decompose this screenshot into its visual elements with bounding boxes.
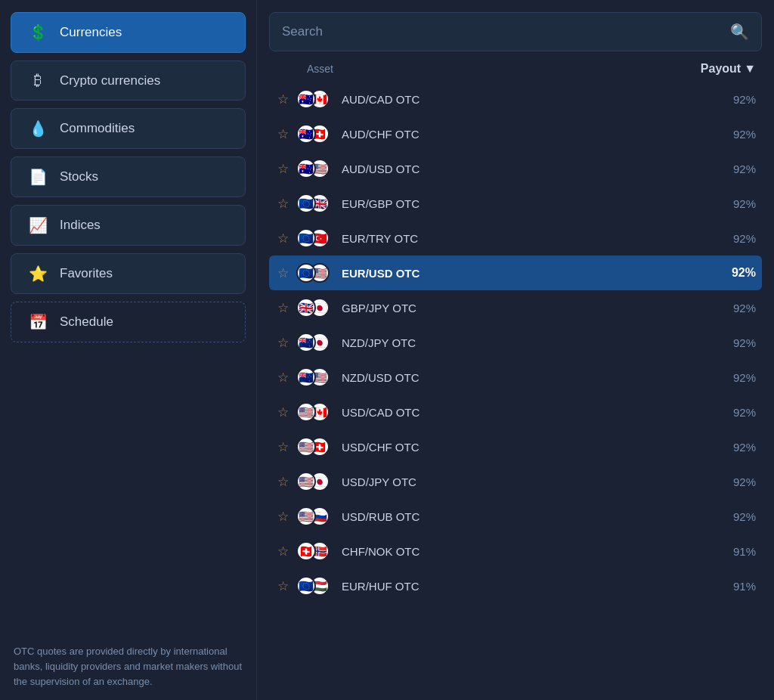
favorite-star-icon[interactable]: ☆	[275, 196, 290, 212]
flag1: 🇪🇺	[296, 194, 316, 213]
asset-payout: 92%	[718, 336, 756, 349]
asset-payout: 92%	[718, 93, 756, 106]
otc-note: OTC quotes are provided directly by inte…	[11, 637, 246, 689]
asset-payout: 92%	[718, 128, 756, 141]
stocks-icon: 📄	[28, 168, 48, 186]
nav-btn-crypto[interactable]: ₿Crypto currencies	[11, 60, 246, 101]
asset-row[interactable]: ☆🇺🇸🇷🇺USD/RUB OTC92%	[269, 499, 762, 534]
flag-pair: 🇺🇸🇨🇭	[296, 435, 333, 459]
flag-pair: 🇪🇺🇭🇺	[296, 574, 333, 598]
asset-payout: 91%	[718, 545, 756, 558]
flag1: 🇪🇺	[296, 263, 316, 283]
flag1: 🇨🇭	[296, 541, 316, 561]
asset-row[interactable]: ☆🇺🇸🇨🇭USD/CHF OTC92%	[269, 429, 762, 464]
currencies-icon: 💲	[28, 23, 48, 42]
commodities-icon: 💧	[28, 119, 48, 138]
asset-row[interactable]: ☆🇪🇺🇬🇧EUR/GBP OTC92%	[269, 186, 762, 221]
favorite-star-icon[interactable]: ☆	[275, 544, 290, 559]
favorite-star-icon[interactable]: ☆	[275, 370, 290, 386]
flag-pair: 🇦🇺🇨🇦	[296, 87, 333, 111]
flag-pair: 🇳🇿🇯🇵	[296, 330, 333, 355]
asset-name: EUR/USD OTC	[342, 267, 718, 280]
flag1: 🇳🇿	[296, 367, 316, 387]
asset-name: USD/CAD OTC	[342, 406, 718, 419]
stocks-label: Stocks	[60, 169, 98, 184]
favorite-star-icon[interactable]: ☆	[275, 300, 290, 316]
favorites-label: Favorites	[60, 266, 113, 281]
asset-name: NZD/JPY OTC	[342, 336, 718, 349]
flag-pair: 🇬🇧🇯🇵	[296, 296, 333, 320]
flag1: 🇦🇺	[296, 159, 316, 178]
favorite-star-icon[interactable]: ☆	[275, 126, 290, 142]
nav-btn-indices[interactable]: 📈Indices	[11, 205, 246, 246]
sidebar: 💲Currencies₿Crypto currencies💧Commoditie…	[0, 0, 257, 700]
favorite-star-icon[interactable]: ☆	[275, 439, 290, 455]
asset-list: ☆🇦🇺🇨🇦AUD/CAD OTC92%☆🇦🇺🇨🇭AUD/CHF OTC92%☆🇦…	[269, 82, 762, 700]
asset-payout: 91%	[718, 580, 756, 593]
favorite-star-icon[interactable]: ☆	[275, 265, 290, 281]
flag-pair: 🇨🇭🇳🇴	[296, 539, 333, 563]
asset-row[interactable]: ☆🇺🇸🇨🇦USD/CAD OTC92%	[269, 395, 762, 429]
favorite-star-icon[interactable]: ☆	[275, 231, 290, 246]
flag-pair: 🇦🇺🇨🇭	[296, 122, 333, 146]
asset-row[interactable]: ☆🇳🇿🇺🇸NZD/USD OTC92%	[269, 360, 762, 395]
asset-payout: 92%	[718, 266, 756, 280]
asset-payout: 92%	[718, 197, 756, 210]
nav-btn-stocks[interactable]: 📄Stocks	[11, 156, 246, 197]
asset-name: USD/RUB OTC	[342, 510, 718, 523]
asset-payout: 92%	[718, 510, 756, 523]
asset-row[interactable]: ☆🇬🇧🇯🇵GBP/JPY OTC92%	[269, 290, 762, 325]
favorite-star-icon[interactable]: ☆	[275, 404, 290, 420]
asset-name: AUD/USD OTC	[342, 163, 718, 175]
flag1: 🇺🇸	[296, 472, 316, 491]
flag-pair: 🇳🇿🇺🇸	[296, 365, 333, 389]
asset-row[interactable]: ☆🇺🇸🇯🇵USD/JPY OTC92%	[269, 464, 762, 499]
asset-payout: 92%	[718, 475, 756, 488]
search-bar: 🔍	[269, 12, 762, 51]
currencies-label: Currencies	[60, 25, 122, 40]
crypto-icon: ₿	[28, 72, 48, 89]
flag1: 🇬🇧	[296, 298, 316, 317]
nav-btn-commodities[interactable]: 💧Commodities	[11, 108, 246, 149]
nav-btn-currencies[interactable]: 💲Currencies	[11, 12, 246, 53]
asset-row[interactable]: ☆🇦🇺🇨🇦AUD/CAD OTC92%	[269, 82, 762, 116]
asset-name: GBP/JPY OTC	[342, 302, 718, 314]
col-payout-label[interactable]: Payout ▼	[701, 62, 756, 76]
flag-pair: 🇦🇺🇺🇸	[296, 156, 333, 181]
favorites-icon: ⭐	[28, 265, 48, 283]
flag-pair: 🇺🇸🇨🇦	[296, 400, 333, 424]
asset-name: EUR/TRY OTC	[342, 232, 718, 245]
asset-name: NZD/USD OTC	[342, 371, 718, 384]
nav-btn-schedule[interactable]: 📅Schedule	[11, 302, 246, 342]
asset-row[interactable]: ☆🇪🇺🇹🇷EUR/TRY OTC92%	[269, 221, 762, 256]
list-header: Asset Payout ▼	[269, 62, 762, 82]
asset-name: CHF/NOK OTC	[342, 545, 718, 558]
flag-pair: 🇪🇺🇹🇷	[296, 226, 333, 250]
asset-row[interactable]: ☆🇦🇺🇺🇸AUD/USD OTC92%	[269, 151, 762, 186]
favorite-star-icon[interactable]: ☆	[275, 91, 290, 107]
asset-row[interactable]: ☆🇪🇺🇭🇺EUR/HUF OTC91%	[269, 568, 762, 603]
flag-pair: 🇪🇺🇺🇸	[296, 261, 333, 285]
asset-row[interactable]: ☆🇨🇭🇳🇴CHF/NOK OTC91%	[269, 534, 762, 568]
nav-btn-favorites[interactable]: ⭐Favorites	[11, 253, 246, 294]
asset-row[interactable]: ☆🇳🇿🇯🇵NZD/JPY OTC92%	[269, 325, 762, 360]
favorite-star-icon[interactable]: ☆	[275, 335, 290, 351]
flag-pair: 🇺🇸🇯🇵	[296, 469, 333, 494]
favorite-star-icon[interactable]: ☆	[275, 474, 290, 490]
asset-payout: 92%	[718, 232, 756, 245]
flag1: 🇳🇿	[296, 333, 316, 352]
asset-row[interactable]: ☆🇦🇺🇨🇭AUD/CHF OTC92%	[269, 116, 762, 151]
asset-name: USD/JPY OTC	[342, 475, 718, 488]
asset-name: USD/CHF OTC	[342, 441, 718, 454]
flag-pair: 🇺🇸🇷🇺	[296, 504, 333, 528]
asset-row[interactable]: ☆🇪🇺🇺🇸EUR/USD OTC92%	[269, 256, 762, 290]
flag1: 🇪🇺	[296, 576, 316, 596]
flag-pair: 🇪🇺🇬🇧	[296, 191, 333, 215]
search-input[interactable]	[282, 24, 730, 39]
favorite-star-icon[interactable]: ☆	[275, 161, 290, 177]
crypto-label: Crypto currencies	[60, 73, 160, 88]
favorite-star-icon[interactable]: ☆	[275, 578, 290, 594]
favorite-star-icon[interactable]: ☆	[275, 509, 290, 525]
asset-name: EUR/GBP OTC	[342, 197, 718, 210]
flag1: 🇺🇸	[296, 437, 316, 457]
